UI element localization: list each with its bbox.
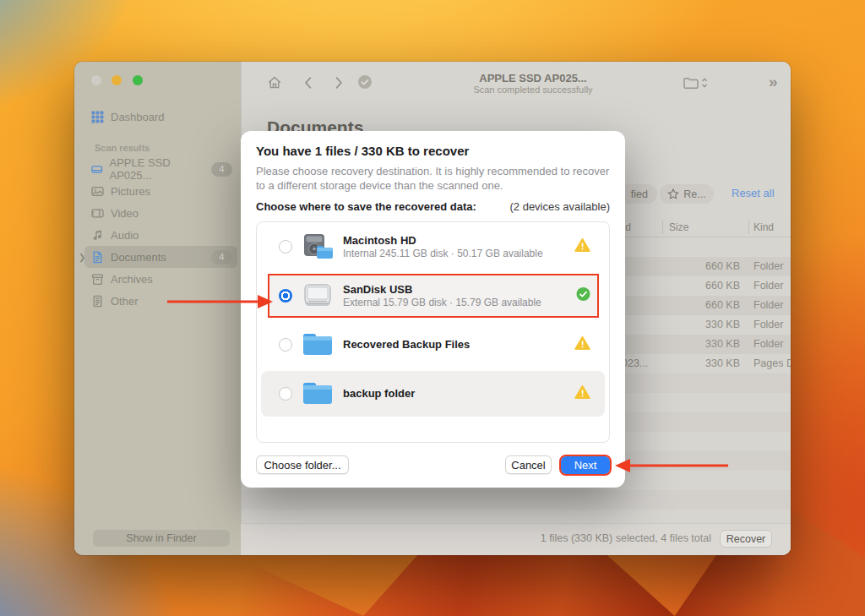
destination-name: Recovered Backup Files [343,338,470,352]
archive-box-icon [91,273,104,286]
table-row[interactable] [242,490,791,510]
sidebar-item-label: APPLE SSD AP025... [110,156,205,182]
toolbar-overflow-icon[interactable]: » [769,73,778,91]
destination-detail: External 15.79 GB disk · 15.79 GB availa… [343,297,541,309]
forward-icon[interactable] [333,76,345,90]
recovery-destination-dialog: You have 1 files / 330 KB to recover Ple… [241,131,625,488]
destination-text: SanDisk USB External 15.79 GB disk · 15.… [343,283,541,309]
filter-chip-label: Re... [683,188,705,200]
internal-drive-icon [301,232,335,261]
devices-available-label: (2 devices available) [509,200,610,213]
size-cell: 330 KB [666,354,740,373]
kind-cell: Folder [753,315,783,335]
traffic-lights [91,74,150,89]
minimize-window-button[interactable] [112,75,122,85]
window-title-block: APPLE SSD AP025... Scan completed succes… [457,72,609,95]
kind-cell: Pages D [753,354,791,373]
destination-name: Macintosh HD [343,234,543,248]
scan-complete-check-icon [357,74,373,90]
count-badge: 4 [211,162,232,177]
destination-list: Macintosh HD Internal 245.11 GB disk · 5… [256,221,610,443]
warning-icon [574,238,590,256]
sidebar-item-video[interactable]: Video [84,202,237,224]
radio-selected[interactable] [279,289,292,303]
sidebar-item-label: Archives [111,273,153,286]
size-cell: 660 KB [666,296,740,315]
window-title: APPLE SSD AP025... [457,72,609,84]
next-button[interactable]: Next [561,456,610,474]
destination-row-recovered-backup-files[interactable]: Recovered Backup Files [257,320,609,369]
column-header-size[interactable]: Size [669,221,688,233]
column-header-kind[interactable]: Kind [753,221,774,233]
column-divider[interactable] [748,221,749,234]
window-subtitle: Scan completed successfully [457,84,609,95]
radio-unselected[interactable] [279,387,292,401]
selection-status-text: 1 files (330 KB) selected, 4 files total [541,532,711,544]
back-icon[interactable] [302,76,314,90]
size-cell: 660 KB [666,276,740,296]
close-window-button[interactable] [91,75,101,85]
home-icon[interactable] [267,75,282,90]
disk-drive-icon [91,163,103,176]
success-check-icon [576,287,590,305]
cancel-button[interactable]: Cancel [505,455,552,474]
kind-cell: Folder [753,257,783,276]
sidebar: Dashboard Scan results APPLE SSD AP025..… [74,62,241,555]
kind-cell: Folder [753,276,783,296]
document-icon [91,251,104,264]
sidebar-item-label: Dashboard [111,111,165,123]
zoom-window-button[interactable] [133,75,143,85]
filter-chip-review[interactable]: Re... [660,184,714,204]
destination-row-backup-folder[interactable]: backup folder [257,369,609,418]
destination-row-macintosh-hd[interactable]: Macintosh HD Internal 245.11 GB disk · 5… [257,222,609,271]
modified-cell: 023... [622,354,648,373]
sort-chevrons-icon [701,76,708,90]
disclosure-chevron-icon[interactable]: ❯ [79,253,85,262]
sidebar-item-documents[interactable]: ❯ Documents 4 [84,246,237,268]
bottom-bar: 1 files (330 KB) selected, 4 files total… [241,523,791,555]
folder-icon [301,380,335,407]
sidebar-item-apple-ssd[interactable]: APPLE SSD AP025... 4 [84,158,237,180]
kind-cell: Folder [753,296,783,315]
file-icon [91,295,104,308]
warning-icon [574,385,590,403]
folder-icon [301,331,335,358]
pictures-icon [91,185,104,198]
folder-select-icon[interactable] [683,76,708,90]
sidebar-item-label: Other [111,295,139,308]
destination-name: backup folder [343,387,415,401]
show-in-finder-button[interactable]: Show in Finder [93,530,230,547]
video-icon [91,207,104,220]
scan-results-section-label: Scan results [95,143,150,153]
external-drive-icon [301,281,335,310]
sidebar-item-other[interactable]: Other [84,290,237,312]
sidebar-item-audio[interactable]: Audio [84,224,237,246]
radio-unselected[interactable] [279,240,292,253]
reset-all-link[interactable]: Reset all [732,187,775,199]
dialog-title: You have 1 files / 330 KB to recover [256,144,469,158]
sidebar-item-label: Video [111,207,139,220]
screen: Dashboard Scan results APPLE SSD AP025..… [0,0,865,616]
choose-folder-button[interactable]: Choose folder... [256,455,349,474]
sidebar-item-label: Audio [111,229,139,242]
star-icon [667,188,679,199]
size-cell: 660 KB [666,257,740,276]
recover-button[interactable]: Recover [720,530,772,548]
destination-row-sandisk-usb[interactable]: SanDisk USB External 15.79 GB disk · 15.… [257,271,609,320]
sidebar-item-archives[interactable]: Archives [84,268,237,290]
kind-cell: Folder [753,335,783,354]
choose-destination-label: Choose where to save the recovered data: [256,200,476,213]
radio-unselected[interactable] [279,338,292,352]
column-divider[interactable] [662,221,663,234]
size-cell: 330 KB [666,315,740,335]
sidebar-item-dashboard[interactable]: Dashboard [84,106,242,128]
destination-text: Recovered Backup Files [343,338,470,352]
sidebar-scan-results-list: APPLE SSD AP025... 4 Pictures Video [84,158,237,312]
destination-name: SanDisk USB [343,283,541,297]
filter-chip-label: fied [631,188,648,200]
destination-text: Macintosh HD Internal 245.11 GB disk · 5… [343,234,543,260]
sidebar-item-label: Pictures [111,185,150,198]
size-cell: 330 KB [666,335,740,354]
sidebar-item-pictures[interactable]: Pictures [84,180,237,202]
audio-note-icon [91,229,104,242]
